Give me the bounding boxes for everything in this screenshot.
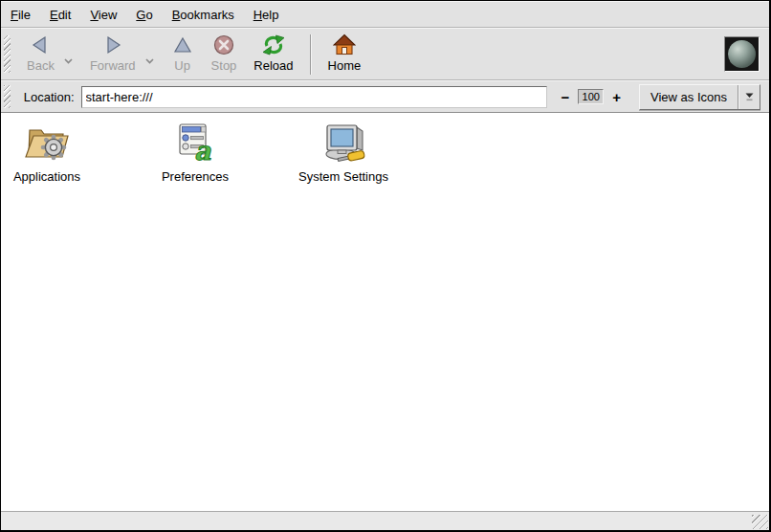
throbber-sphere-icon (728, 40, 756, 68)
nautilus-window: File Edit View Go Bookmarks Help Back Fo… (0, 0, 771, 532)
menu-edit-mnemonic: E (50, 8, 58, 22)
up-icon (171, 33, 194, 56)
reload-icon (261, 33, 286, 56)
menu-bookmarks-rest: ookmarks (180, 8, 233, 22)
forward-button-label: Forward (90, 59, 136, 73)
menu-view[interactable]: View (80, 4, 126, 26)
tool-bar: Back Forward Up (1, 28, 769, 80)
location-input[interactable] (81, 86, 547, 108)
forward-button[interactable]: Forward (81, 31, 144, 78)
preferences-capplet-icon: a (173, 122, 217, 166)
zoom-level-indicator: 100 (578, 89, 604, 104)
menu-bookmarks[interactable]: Bookmarks (163, 4, 244, 26)
menu-go[interactable]: Go (126, 4, 162, 26)
reload-button-label: Reload (253, 59, 293, 73)
applications-folder-icon (22, 122, 72, 166)
up-button-label: Up (174, 59, 190, 73)
location-bar: Location: − 100 + View as Icons (1, 80, 769, 112)
svg-text:a: a (194, 136, 211, 164)
menu-edit[interactable]: Edit (40, 4, 80, 26)
menu-view-rest: iew (99, 8, 118, 22)
stop-button[interactable]: Stop (203, 31, 246, 78)
back-icon (29, 33, 52, 56)
menu-edit-rest: dit (58, 8, 72, 22)
home-button[interactable]: Home (319, 31, 370, 78)
toolbar-spacer (369, 31, 724, 78)
up-button[interactable]: Up (163, 31, 203, 78)
applications-label: Applications (13, 169, 80, 184)
locationbar-grip-handle[interactable] (4, 85, 11, 107)
menu-bar: File Edit View Go Bookmarks Help (1, 1, 769, 28)
preferences-label: Preferences (162, 169, 229, 184)
menu-help-rest: elp (262, 8, 278, 22)
back-button-label: Back (27, 59, 55, 73)
toolbar-separator (310, 34, 312, 75)
toolbar-grip-handle[interactable] (4, 35, 11, 73)
stop-button-label: Stop (211, 59, 237, 73)
forward-history-dropdown[interactable] (144, 57, 155, 65)
stop-icon (212, 33, 235, 56)
back-history-dropdown[interactable] (63, 57, 74, 65)
forward-icon (101, 33, 124, 56)
menu-file-mnemonic: F (11, 8, 18, 22)
location-label: Location: (24, 90, 75, 104)
menu-file-rest: ile (18, 8, 31, 22)
menu-help-mnemonic: H (253, 8, 262, 22)
throbber-indicator (724, 36, 760, 72)
icon-system-settings[interactable]: System Settings (281, 122, 406, 184)
menu-go-rest: o (145, 8, 152, 22)
menu-file[interactable]: File (1, 4, 40, 26)
back-button[interactable]: Back (18, 31, 63, 78)
zoom-in-button[interactable]: + (607, 89, 626, 105)
status-bar (1, 511, 769, 530)
home-button-label: Home (328, 59, 362, 73)
zoom-out-button[interactable]: − (557, 89, 575, 105)
view-as-dropdown[interactable]: View as Icons (639, 84, 760, 110)
icon-preferences[interactable]: a Preferences (138, 122, 253, 184)
reload-button[interactable]: Reload (245, 31, 301, 78)
menu-help[interactable]: Help (244, 4, 289, 26)
menu-go-mnemonic: G (136, 8, 145, 22)
home-icon (333, 33, 356, 56)
resize-grip-handle[interactable] (752, 515, 768, 529)
system-settings-label: System Settings (298, 169, 388, 184)
icon-view-pane[interactable]: Applications a Preferences (1, 112, 769, 511)
view-as-arrow-icon[interactable] (739, 92, 760, 101)
system-settings-monitor-icon (317, 122, 370, 166)
view-as-label: View as Icons (640, 90, 738, 104)
icon-applications[interactable]: Applications (1, 122, 93, 184)
menu-view-mnemonic: V (90, 8, 98, 22)
